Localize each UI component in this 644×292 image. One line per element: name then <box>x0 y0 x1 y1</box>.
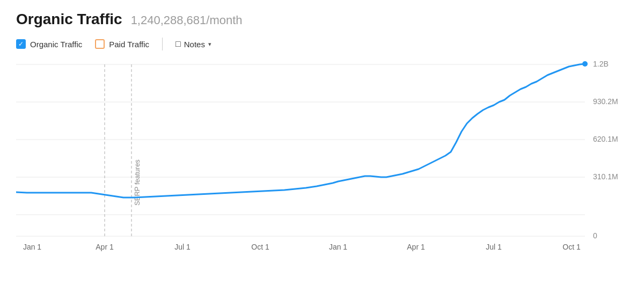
check-icon: ✓ <box>18 40 24 48</box>
traffic-value: 1,240,288,681/month <box>131 13 243 27</box>
line-endpoint <box>582 61 588 67</box>
organic-label: Organic Traffic <box>30 40 82 49</box>
x-label-4: Oct 1 <box>251 243 269 251</box>
y-label-5: 0 <box>593 231 597 240</box>
chart-svg: SERP features 1.2B 930.2M 620.1M 310.1M … <box>16 59 628 252</box>
legend-divider <box>162 38 163 50</box>
paid-checkbox[interactable] <box>95 39 105 49</box>
y-label-2: 930.2M <box>593 97 618 106</box>
notes-button[interactable]: □ Notes ▾ <box>175 39 211 49</box>
organic-checkbox[interactable]: ✓ <box>16 39 26 49</box>
x-label-5: Jan 1 <box>329 243 347 251</box>
notes-label: Notes <box>184 40 205 49</box>
legend-organic[interactable]: ✓ Organic Traffic <box>16 39 82 49</box>
x-label-8: Oct 1 <box>562 243 581 251</box>
chevron-down-icon: ▾ <box>208 41 211 48</box>
y-label-1: 1.2B <box>593 60 609 68</box>
chart-area: SERP features 1.2B 930.2M 620.1M 310.1M … <box>16 59 628 252</box>
x-label-2: Apr 1 <box>96 243 114 251</box>
annotation-label: SERP features <box>133 159 141 206</box>
main-container: Organic Traffic 1,240,288,681/month ✓ Or… <box>0 0 644 292</box>
organic-traffic-line <box>16 64 585 198</box>
x-label-1: Jan 1 <box>23 243 41 251</box>
legend-paid[interactable]: Paid Traffic <box>95 39 149 49</box>
x-label-3: Jul 1 <box>174 243 191 251</box>
notes-icon: □ <box>175 39 181 49</box>
legend-row: ✓ Organic Traffic Paid Traffic □ Notes ▾ <box>16 38 628 50</box>
y-label-4: 310.1M <box>593 172 618 181</box>
x-label-7: Jul 1 <box>486 243 502 251</box>
page-title: Organic Traffic <box>16 11 122 28</box>
paid-label: Paid Traffic <box>109 40 149 49</box>
x-label-6: Apr 1 <box>407 243 425 251</box>
header-row: Organic Traffic 1,240,288,681/month <box>16 11 628 28</box>
y-label-3: 620.1M <box>593 135 618 143</box>
